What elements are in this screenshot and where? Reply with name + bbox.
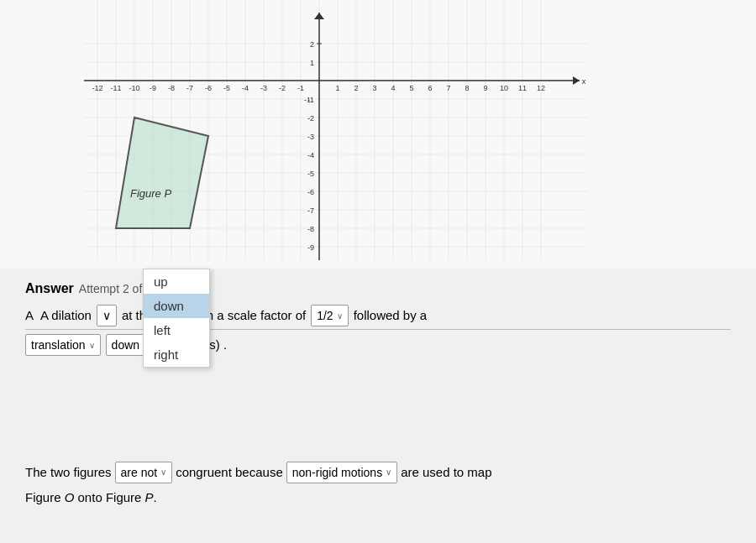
- are-not-dropdown[interactable]: are not ∨: [115, 462, 173, 483]
- line1-start: The two figures: [25, 462, 112, 483]
- svg-text:-7: -7: [186, 84, 193, 92]
- svg-text:11: 11: [518, 84, 527, 92]
- dilation-label-a: A: [25, 304, 34, 327]
- transformation-type-dropdown[interactable]: translation ∨: [25, 334, 101, 356]
- svg-text:4: 4: [391, 84, 395, 92]
- are-used-to-map: are used to map: [401, 462, 491, 483]
- congruent-because: congruent because: [176, 462, 283, 483]
- translation-direction-value: down: [112, 338, 139, 352]
- dropdown-item-right[interactable]: right: [144, 342, 209, 367]
- svg-text:-4: -4: [307, 151, 314, 159]
- dropdown-item-down[interactable]: down: [144, 294, 209, 318]
- non-rigid-value: non-rigid motions: [292, 462, 382, 483]
- svg-text:-1: -1: [297, 84, 304, 92]
- svg-text:2: 2: [310, 40, 314, 49]
- svg-text:-9: -9: [150, 84, 156, 92]
- are-not-value: are not: [121, 462, 158, 483]
- svg-text:3: 3: [372, 84, 376, 92]
- are-not-arrow: ∨: [160, 462, 166, 483]
- svg-text:7: 7: [446, 84, 450, 92]
- figure-o-line: Figure O onto Figure P.: [25, 487, 157, 509]
- graph-area: -12 -11 -10 -9 -8 -7 -6 -5 -4 -3 -2 -1 1…: [0, 0, 756, 269]
- svg-text:-6: -6: [307, 188, 314, 196]
- dilation-row: A A dilation ∨ at the origin with a scal…: [25, 304, 731, 327]
- direction-dropdown-menu[interactable]: up down left right: [143, 269, 210, 368]
- svg-text:-6: -6: [205, 84, 212, 92]
- svg-text:1: 1: [310, 59, 314, 67]
- dropdown-item-up[interactable]: up: [144, 269, 209, 294]
- svg-text:-3: -3: [307, 133, 314, 141]
- svg-text:-2: -2: [279, 84, 286, 92]
- svg-text:5: 5: [409, 84, 413, 92]
- bottom-section: The two figures are not ∨ congruent beca…: [25, 462, 731, 512]
- svg-text:-8: -8: [168, 84, 175, 92]
- svg-text:x: x: [582, 77, 586, 86]
- svg-text:-9: -9: [307, 243, 314, 252]
- svg-text:8: 8: [465, 84, 469, 92]
- svg-text:6: 6: [428, 84, 432, 92]
- svg-text:-3: -3: [260, 84, 267, 92]
- non-rigid-arrow: ∨: [386, 462, 391, 483]
- dilation-arrow-dropdown[interactable]: ∨: [97, 305, 117, 326]
- svg-text:-11: -11: [110, 84, 121, 92]
- answer-section: Answer Attempt 2 of up down left right A…: [0, 269, 756, 365]
- non-rigid-dropdown[interactable]: non-rigid motions ∨: [286, 462, 397, 483]
- svg-text:Figure P: Figure P: [130, 187, 171, 200]
- svg-text:-5: -5: [307, 170, 314, 178]
- svg-text:10: 10: [500, 84, 508, 92]
- svg-text:-8: -8: [307, 225, 314, 233]
- main-container: -12 -11 -10 -9 -8 -7 -6 -5 -4 -3 -2 -1 1…: [0, 0, 756, 543]
- scale-factor-dropdown[interactable]: 1/2 ∨: [311, 305, 348, 326]
- dilation-arrow-value: ∨: [102, 309, 111, 322]
- svg-text:2: 2: [354, 84, 358, 92]
- transformation-type-value: translation: [31, 338, 86, 352]
- dilation-label: A dilation: [40, 304, 92, 327]
- translation-row: translation ∨ down ∨ 2 unit(s) .: [25, 329, 731, 357]
- scale-factor-value: 1/2: [317, 309, 333, 322]
- followed-by-text: followed by a: [354, 304, 428, 327]
- svg-text:1: 1: [335, 84, 339, 92]
- graph-svg: -12 -11 -10 -9 -8 -7 -6 -5 -4 -3 -2 -1 1…: [0, 0, 756, 269]
- bottom-row-2: Figure O onto Figure P.: [25, 487, 731, 509]
- svg-text:-7: -7: [307, 206, 314, 215]
- svg-text:-10: -10: [129, 84, 139, 92]
- bottom-row-1: The two figures are not ∨ congruent beca…: [25, 462, 731, 483]
- svg-text:-12: -12: [92, 84, 102, 92]
- svg-text:-1: -1: [304, 96, 311, 104]
- svg-text:9: 9: [483, 84, 487, 92]
- svg-text:12: 12: [537, 84, 545, 92]
- dropdown-item-left[interactable]: left: [144, 318, 209, 342]
- answer-label: Answer: [25, 277, 74, 300]
- svg-text:-2: -2: [307, 114, 314, 123]
- svg-text:-5: -5: [223, 84, 230, 92]
- transformation-arrow: ∨: [89, 341, 95, 350]
- scale-factor-arrow: ∨: [337, 311, 343, 321]
- svg-text:-4: -4: [242, 84, 249, 92]
- attempt-label: Attempt 2 of: [79, 277, 142, 300]
